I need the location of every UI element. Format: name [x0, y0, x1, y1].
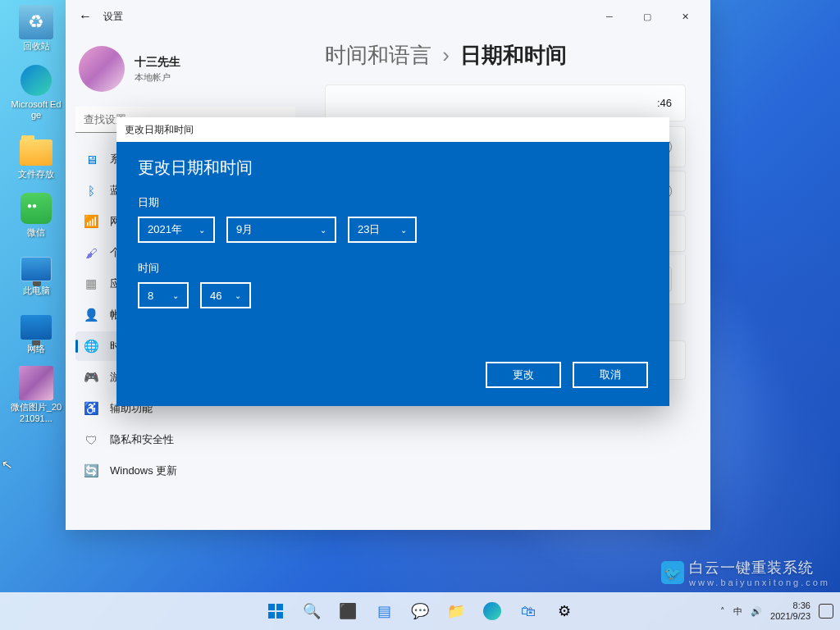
time-suffix: :46 [657, 97, 672, 109]
network-icon [19, 308, 53, 342]
sidebar-item-10[interactable]: 🔄Windows 更新 [75, 456, 295, 486]
svg-rect-1 [276, 604, 283, 610]
chevron-down-icon: ⌄ [199, 226, 205, 235]
day-select[interactable]: 23日⌄ [348, 217, 417, 243]
svg-rect-3 [276, 612, 283, 619]
nav-icon: 🖥 [84, 152, 98, 167]
desktop-icon-edge[interactable]: Microsoft Edge [10, 63, 62, 121]
chat-icon[interactable]: 💬 [404, 596, 436, 627]
settings-taskbar-icon[interactable]: ⚙ [549, 596, 580, 627]
year-select[interactable]: 2021年⌄ [138, 217, 215, 243]
volume-icon[interactable]: 🔊 [751, 606, 762, 617]
window-titlebar[interactable]: ← 设置 ─ ▢ ✕ [66, 0, 710, 33]
dialog-ok-button[interactable]: 更改 [486, 362, 561, 388]
twitter-icon: 🐦 [661, 561, 684, 584]
search-icon[interactable]: 🔍 [296, 596, 327, 627]
image-thumb-icon [19, 366, 53, 400]
chevron-down-icon: ⌄ [172, 291, 179, 300]
chevron-right-icon: › [442, 43, 450, 67]
wechat-icon [19, 191, 53, 226]
desktop-icon-recycle-bin[interactable]: 回收站 [10, 5, 62, 52]
widgets-icon[interactable]: ▤ [368, 596, 399, 627]
breadcrumb-current: 日期和时间 [460, 43, 567, 67]
notifications-icon[interactable] [819, 604, 833, 619]
profile-name: 十三先生 [135, 55, 180, 70]
taskbar[interactable]: 🔍 ⬛ ▤ 💬 📁 🛍 ⚙ ˄ 中 🔊 8:36 2021/9/23 [0, 592, 840, 630]
breadcrumb-parent[interactable]: 时间和语言 [325, 43, 431, 67]
svg-rect-0 [268, 604, 275, 610]
ime-icon[interactable]: 中 [733, 605, 742, 618]
store-icon[interactable]: 🛍 [513, 596, 544, 627]
edge-taskbar-icon[interactable] [477, 596, 508, 627]
chevron-down-icon: ⌄ [320, 226, 326, 235]
desktop-icon-image[interactable]: 微信图片_2021091... [10, 366, 62, 423]
minimize-button[interactable]: ─ [591, 3, 628, 30]
nav-label: Windows 更新 [110, 463, 177, 478]
nav-icon: ▦ [84, 276, 98, 291]
edge-icon [19, 63, 53, 98]
nav-icon: 🎮 [84, 370, 98, 385]
folder-icon [19, 133, 53, 167]
back-button[interactable]: ← [72, 3, 98, 30]
profile-subtitle: 本地帐户 [135, 71, 180, 84]
time-label: 时间 [138, 261, 648, 276]
date-label: 日期 [138, 195, 648, 210]
pc-icon [19, 249, 53, 284]
start-button[interactable] [260, 596, 291, 627]
desktop-icon-wechat[interactable]: 微信 [10, 191, 62, 238]
recycle-bin-icon [19, 5, 53, 39]
dialog-cancel-button[interactable]: 取消 [573, 362, 648, 388]
month-select[interactable]: 9月⌄ [226, 217, 336, 243]
avatar [79, 46, 125, 92]
desktop-icon-network[interactable]: 网络 [10, 308, 62, 354]
datetime-card: :46 [325, 84, 686, 121]
taskbar-clock[interactable]: 8:36 2021/9/23 [770, 600, 810, 622]
nav-icon: 📶 [84, 214, 98, 229]
nav-label: 隐私和安全性 [110, 432, 174, 447]
task-view-icon[interactable]: ⬛ [332, 596, 363, 627]
nav-icon: 🛡 [84, 432, 98, 447]
system-tray[interactable]: ˄ 中 🔊 8:36 2021/9/23 [720, 600, 833, 622]
hour-select[interactable]: 8⌄ [138, 282, 189, 308]
watermark: 🐦 白云一键重装系统 www.baiyunxitong.com [661, 558, 830, 587]
nav-icon: ♿ [84, 401, 98, 416]
explorer-icon[interactable]: 📁 [441, 596, 472, 627]
chevron-down-icon: ⌄ [235, 291, 241, 300]
tray-chevron-icon[interactable]: ˄ [720, 606, 725, 617]
dialog-heading: 更改日期和时间 [138, 157, 648, 179]
chevron-down-icon: ⌄ [400, 226, 407, 235]
change-datetime-dialog: 更改日期和时间 更改日期和时间 日期 2021年⌄ 9月⌄ 23日⌄ 时间 8⌄… [116, 117, 669, 406]
window-title: 设置 [103, 10, 123, 24]
nav-icon: 🔄 [84, 463, 98, 478]
svg-rect-2 [268, 612, 275, 619]
nav-icon: ᛒ [84, 183, 98, 198]
maximize-button[interactable]: ▢ [628, 3, 666, 30]
nav-icon: 👤 [84, 308, 98, 322]
nav-icon: 🖌 [84, 245, 98, 260]
dialog-titlebar[interactable]: 更改日期和时间 [116, 117, 669, 142]
close-button[interactable]: ✕ [666, 3, 704, 30]
desktop-icon-folder[interactable]: 文件存放 [10, 133, 62, 180]
minute-select[interactable]: 46⌄ [200, 282, 251, 308]
breadcrumb: 时间和语言 › 日期和时间 [325, 41, 686, 70]
desktop-icon-this-pc[interactable]: 此电脑 [10, 249, 62, 296]
profile-block[interactable]: 十三先生 本地帐户 [75, 39, 295, 107]
sidebar-item-9[interactable]: 🛡隐私和安全性 [75, 425, 295, 454]
nav-icon: 🌐 [84, 339, 98, 354]
